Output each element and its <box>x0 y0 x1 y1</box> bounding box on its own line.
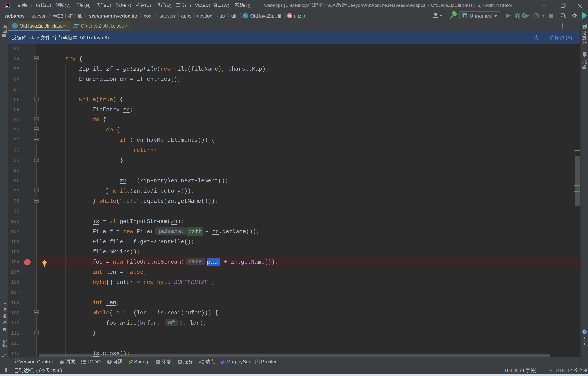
svg-text:IJ: IJ <box>6 4 8 6</box>
svg-text:Unnamed: Unnamed <box>470 13 492 19</box>
